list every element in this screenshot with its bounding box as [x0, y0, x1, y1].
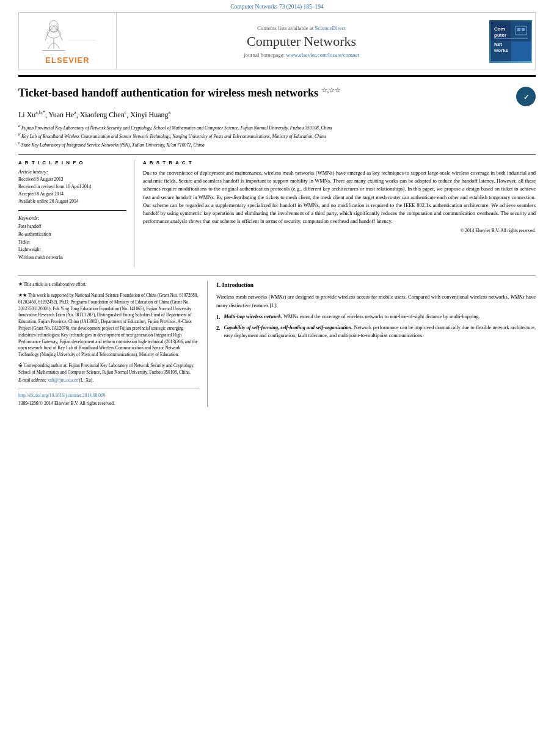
- received-date: Received 8 August 2013: [18, 176, 126, 183]
- cn-logo-section: Com puter Net works: [486, 13, 535, 70]
- article-history-block: Article history: Received 8 August 2013 …: [18, 169, 126, 205]
- svg-text:✓: ✓: [523, 93, 529, 101]
- sciencedirect-link[interactable]: ScienceDirect: [315, 25, 346, 31]
- footnote-3: ※ Corresponding author at: Fujian Provin…: [18, 362, 200, 384]
- affiliation-c: c State Key Laboratory of Integrated Ser…: [18, 140, 536, 148]
- abstract-text: Due to the convenience of deployment and…: [143, 169, 536, 225]
- affiliation-b: b Key Lab of Broadband Wireless Communic…: [18, 132, 536, 140]
- title-divider: [18, 154, 536, 155]
- journal-title-section: Contents lists available at ScienceDirec…: [117, 13, 486, 70]
- bottom-copyright: 1389-1286/© 2014 Elsevier B.V. All right…: [18, 400, 200, 407]
- svg-rect-9: [511, 42, 531, 61]
- article-info-column: A R T I C L E I N F O Article history: R…: [18, 160, 134, 267]
- footnote-2: ★★ This work is supported by National Na…: [18, 292, 200, 358]
- history-title: Article history:: [18, 169, 126, 175]
- sciencedirect-line: Contents lists available at ScienceDirec…: [257, 25, 346, 31]
- affiliation-a: a Fujian Provincial Key Laboratory of Ne…: [18, 123, 536, 131]
- keywords-list: Fast handoffRe-authenticationTicketLight…: [18, 223, 126, 262]
- header-divider: [18, 75, 536, 77]
- svg-point-2: [46, 29, 60, 38]
- article-content: Ticket-based handoff authentication for …: [18, 85, 536, 267]
- footnotes-column: ★ This article is a collaborative effort…: [18, 281, 208, 407]
- keywords-title: Keywords:: [18, 216, 126, 221]
- svg-rect-12: [494, 38, 528, 39]
- list-item: 2.Capability of self-forming, self-heali…: [216, 324, 536, 340]
- journal-name: Computer Networks: [247, 34, 356, 49]
- author-3-sup: c: [125, 110, 127, 115]
- keywords-block: Keywords: Fast handoffRe-authenticationT…: [18, 216, 126, 262]
- author-1: Li Xua,b,*, Yuan Hea, Xiaofeng Chenc, Xi…: [18, 111, 170, 119]
- journal-homepage: journal homepage: www.elsevier.com/locat…: [244, 52, 359, 58]
- svg-rect-16: [517, 28, 520, 31]
- svg-rect-17: [522, 28, 525, 31]
- svg-text:works: works: [494, 48, 509, 53]
- title-stars: ☆,☆☆: [321, 86, 341, 93]
- abstract-label: A B S T R A C T: [143, 160, 536, 165]
- two-col-section: A R T I C L E I N F O Article history: R…: [18, 160, 536, 267]
- svg-text:Com: Com: [494, 26, 505, 32]
- elsevier-graphic: [34, 18, 101, 54]
- email-link[interactable]: xuli@fjnu.edu.cn: [48, 378, 78, 383]
- intro-title: 1. Introduction: [216, 281, 536, 290]
- doi-url[interactable]: http://dx.doi.org/10.1016/j.comnet.2014.…: [18, 393, 106, 398]
- doi-link: http://dx.doi.org/10.1016/j.comnet.2014.…: [18, 392, 200, 399]
- abstract-column: A B S T R A C T Due to the convenience o…: [143, 160, 536, 267]
- cn-logo-graphic: Com puter Net works: [491, 21, 531, 61]
- list-item: 1.Multi-hop wireless network. WMNs exten…: [216, 313, 536, 321]
- keyword-item: Re-authentication: [18, 231, 126, 239]
- svg-rect-0: [39, 21, 95, 49]
- author-1-sup: a,b,*: [35, 110, 45, 115]
- article-dates: Received 8 August 2013 Received in revis…: [18, 176, 126, 205]
- footnote-1: ★ This article is a collaborative effort…: [18, 281, 200, 288]
- info-divider: [18, 210, 126, 211]
- list-number: 1.: [216, 313, 220, 321]
- intro-section-title: Introduction: [222, 282, 254, 288]
- keyword-item: Lightweight: [18, 246, 126, 254]
- crossmark-badge: ✓: [516, 87, 536, 106]
- authors-line: Li Xua,b,*, Yuan Hea, Xiaofeng Chenc, Xi…: [18, 110, 536, 120]
- intro-list: 1.Multi-hop wireless network. WMNs exten…: [216, 313, 536, 340]
- article-title-text: Ticket-based handoff authentication for …: [18, 85, 516, 100]
- article-title-row: Ticket-based handoff authentication for …: [18, 85, 536, 106]
- keyword-item: Ticket: [18, 239, 126, 247]
- affiliations: a Fujian Provincial Key Laboratory of Ne…: [18, 123, 536, 148]
- homepage-link[interactable]: www.elsevier.com/locate/comnet: [286, 52, 359, 58]
- article-title: Ticket-based handoff authentication for …: [18, 87, 318, 99]
- keyword-item: Wireless mesh networks: [18, 254, 126, 262]
- article-info-label: A R T I C L E I N F O: [18, 160, 126, 165]
- footer-divider: [18, 275, 536, 276]
- author-4-sup: a: [169, 110, 171, 115]
- author-2-sup: a: [74, 110, 76, 115]
- journal-link[interactable]: Computer Networks 73 (2014) 185–194: [230, 4, 324, 10]
- elsevier-logo-section: ELSEVIER: [19, 13, 117, 70]
- elsevier-wordmark: ELSEVIER: [45, 56, 89, 65]
- list-text: Capability of self-forming, self-healing…: [224, 324, 536, 340]
- list-text: Multi-hop wireless network. WMNs extend …: [224, 313, 536, 321]
- abstract-copyright: © 2014 Elsevier B.V. All rights reserved…: [143, 228, 536, 233]
- list-number: 2.: [216, 324, 220, 340]
- svg-text:puter: puter: [494, 32, 506, 38]
- introduction-column: 1. Introduction Wireless mesh networks (…: [216, 281, 536, 407]
- keyword-item: Fast handoff: [18, 223, 126, 231]
- footnote-divider: [18, 388, 200, 388]
- journal-citation: Computer Networks 73 (2014) 185–194: [0, 0, 554, 12]
- svg-text:Net: Net: [494, 42, 502, 47]
- cn-logo: Com puter Net works: [489, 20, 532, 63]
- bottom-section: ★ This article is a collaborative effort…: [18, 281, 536, 407]
- intro-para-1: Wireless mesh networks (WMNs) are design…: [216, 293, 536, 309]
- revised-date: Received in revised form 10 April 2014: [18, 183, 126, 191]
- accepted-date: Accepted 8 August 2014: [18, 191, 126, 198]
- crossmark-icon: ✓: [516, 87, 536, 106]
- intro-section-num: 1.: [216, 282, 221, 288]
- available-date: Available online 26 August 2014: [18, 198, 126, 205]
- journal-header: ELSEVIER Contents lists available at Sci…: [18, 12, 536, 70]
